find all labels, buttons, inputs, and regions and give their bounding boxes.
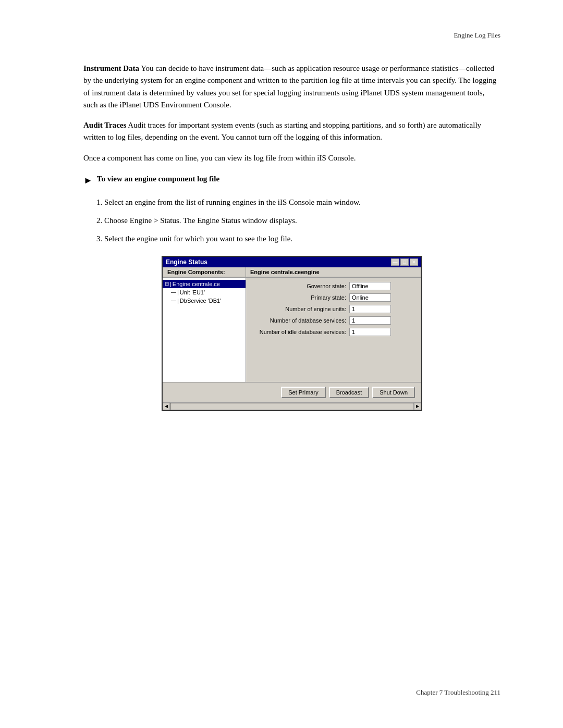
main-content: Instrument Data You can decide to have i… xyxy=(83,63,500,411)
header-label: Engine Log Files xyxy=(454,31,500,40)
detail-row-1: Primary state: Online xyxy=(252,293,415,302)
detail-value-2: 1 xyxy=(349,305,391,313)
detail-label-2: Number of engine units: xyxy=(252,306,346,312)
window-footer: Set Primary Broadcast Shut Down xyxy=(163,382,421,402)
detail-row-2: Number of engine units: 1 xyxy=(252,305,415,313)
paragraph-component-online: Once a component has come on line, you c… xyxy=(83,152,500,164)
term-audit-traces: Audit Traces xyxy=(83,121,126,129)
scrollbar-area: ◀ ▶ xyxy=(163,402,421,410)
window-body: Engine Components: Engine centrale.ceeng… xyxy=(163,267,421,410)
tree-db-icon: | xyxy=(177,298,179,304)
set-primary-button[interactable]: Set Primary xyxy=(281,387,325,398)
step-3: Select the engine unit for which you wan… xyxy=(104,233,500,245)
detail-label-1: Primary state: xyxy=(252,294,346,301)
section-heading-text: To view an engine component log file xyxy=(97,175,219,183)
page: Engine Log Files Instrument Data You can… xyxy=(0,0,563,728)
tree-dash2-icon: — xyxy=(171,298,176,303)
detail-value-4: 1 xyxy=(349,328,391,336)
tree-dash-icon: — xyxy=(171,289,176,295)
steps-list: Select an engine from the list of runnin… xyxy=(104,196,500,245)
paragraph-instrument-data: Instrument Data You can decide to have i… xyxy=(83,63,500,111)
tree-child2-label: DbService 'DB1' xyxy=(180,298,221,304)
tree-child2-item[interactable]: — | DbService 'DB1' xyxy=(163,297,246,305)
paragraph1-text: You can decide to have instrument data—s… xyxy=(83,64,496,109)
section-heading: ► To view an engine component log file xyxy=(83,175,500,186)
detail-label-3: Number of database services: xyxy=(252,317,346,324)
paragraph2-text: Audit traces for important system events… xyxy=(83,121,481,141)
term-instrument-data: Instrument Data xyxy=(83,64,139,72)
detail-row-3: Number of database services: 1 xyxy=(252,316,415,325)
engine-status-window: Engine Status — □ ✕ Engine Components: E… xyxy=(162,256,422,411)
broadcast-button[interactable]: Broadcast xyxy=(329,387,370,398)
window-titlebar: Engine Status — □ ✕ xyxy=(163,257,421,267)
paragraph-audit-traces: Audit Traces Audit traces for important … xyxy=(83,119,500,144)
close-button[interactable]: ✕ xyxy=(410,258,418,266)
minimize-button[interactable]: — xyxy=(391,258,399,266)
step-1: Select an engine from the list of runnin… xyxy=(104,196,500,208)
window-title: Engine Status xyxy=(166,258,207,266)
scroll-left-arrow[interactable]: ◀ xyxy=(163,403,170,410)
detail-label-0: Governor state: xyxy=(252,283,346,289)
tree-child1-label: Unit 'EU1' xyxy=(180,289,205,295)
detail-value-1: Online xyxy=(349,293,391,302)
footer-label: Chapter 7 Troubleshooting 211 xyxy=(416,688,500,697)
detail-value-3: 1 xyxy=(349,316,391,325)
step-2: Choose Engine > Status. The Engine Statu… xyxy=(104,215,500,227)
col-header-components: Engine Components: xyxy=(163,267,246,277)
window-controls[interactable]: — □ ✕ xyxy=(391,258,418,266)
detail-row-0: Governor state: Offline xyxy=(252,282,415,290)
scroll-right-arrow[interactable]: ▶ xyxy=(414,403,421,410)
tree-unit-icon: | xyxy=(177,289,179,295)
tree-child1-item[interactable]: — | Unit 'EU1' xyxy=(163,288,246,297)
detail-label-4: Number of idle database services: xyxy=(252,329,346,335)
arrow-icon: ► xyxy=(83,175,93,186)
detail-row-4: Number of idle database services: 1 xyxy=(252,328,415,336)
tree-root-label: Engine centrale.ce xyxy=(173,281,220,287)
column-headers: Engine Components: Engine centrale.ceeng… xyxy=(163,267,421,278)
tree-panel: ⊟ | Engine centrale.ce — | Unit 'EU1' — … xyxy=(163,278,246,382)
tree-root-item[interactable]: ⊟ | Engine centrale.ce xyxy=(163,280,246,288)
details-panel: Governor state: Offline Primary state: O… xyxy=(246,278,421,382)
window-content-area: ⊟ | Engine centrale.ce — | Unit 'EU1' — … xyxy=(163,278,421,382)
detail-value-0: Offline xyxy=(349,282,391,290)
scrollbar-track[interactable] xyxy=(170,403,414,410)
expand-icon: ⊟ xyxy=(165,281,169,287)
shut-down-button[interactable]: Shut Down xyxy=(372,387,415,398)
restore-button[interactable]: □ xyxy=(400,258,409,266)
tree-folder-icon: | xyxy=(170,281,172,287)
col-header-details: Engine centrale.ceengine xyxy=(246,267,421,277)
